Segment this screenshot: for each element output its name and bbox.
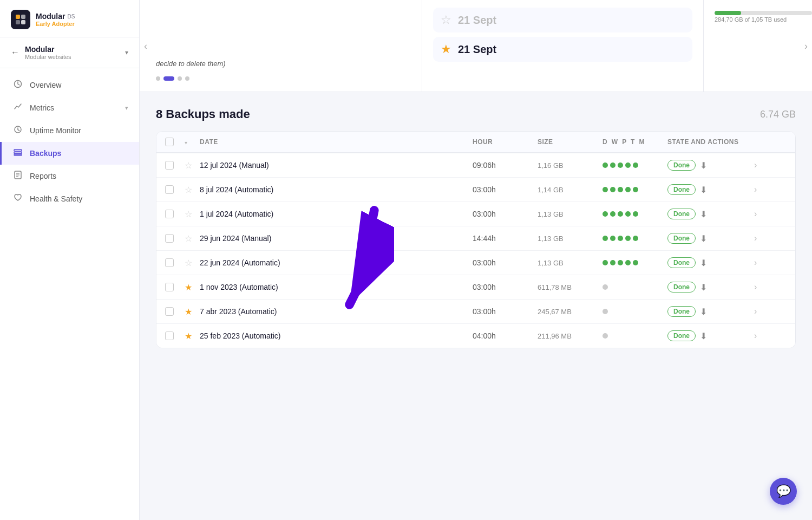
row-8-hour: 04:00h	[473, 332, 538, 340]
table-header: ▾ Date Hour Size D W P T M State and Act…	[156, 132, 795, 153]
sidebar-item-backups[interactable]: Backups	[0, 142, 139, 165]
table-row: ☆ 22 jun 2024 (Automatic) 03:00h 1,13 GB…	[156, 251, 795, 275]
row-3-expand-icon[interactable]: ›	[754, 209, 757, 218]
carousel-prev-button[interactable]: ‹	[144, 40, 147, 51]
row-3-size: 1,13 GB	[538, 210, 603, 218]
health-icon	[12, 193, 23, 204]
row-6-done-badge: Done	[667, 282, 696, 292]
backups-header: 8 Backups made 6.74 GB	[156, 107, 796, 121]
row-2-expand-icon[interactable]: ›	[754, 185, 757, 194]
carousel-area: ‹ decide to delete them) ☆ 21 Sept ★ 21 …	[140, 0, 812, 92]
row-8-checkbox[interactable]	[165, 332, 174, 340]
row-2-state: Done ⬇	[667, 184, 754, 195]
table-row: ☆ 12 jul 2024 (Manual) 09:06h 1,16 GB Do…	[156, 153, 795, 178]
row-6-checkbox[interactable]	[165, 283, 174, 291]
workspace-switcher[interactable]: ← Modular Modular websites ▾	[0, 37, 139, 68]
row-6-download-button[interactable]: ⬇	[700, 282, 707, 292]
table-row: ☆ 1 jul 2024 (Automatic) 03:00h 1,13 GB …	[156, 202, 795, 226]
sidebar-item-reports-label: Reports	[30, 172, 56, 180]
chat-fab-button[interactable]: 💬	[770, 478, 797, 505]
row-5-done-badge: Done	[667, 257, 696, 268]
row-7-star[interactable]: ★	[185, 307, 200, 317]
svg-rect-6	[14, 150, 22, 151]
plan-star-2[interactable]: ★	[441, 42, 451, 56]
workspace-desc: Modular websites	[25, 54, 71, 60]
row-2-star[interactable]: ☆	[185, 185, 200, 195]
metrics-arrow-icon: ▾	[125, 105, 128, 112]
dot-1[interactable]	[156, 76, 160, 81]
row-4-checkbox[interactable]	[165, 234, 174, 243]
row-5-dots	[603, 260, 667, 265]
table-row: ★ 1 nov 2023 (Automatic) 03:00h 611,78 M…	[156, 275, 795, 300]
row-5-star[interactable]: ☆	[185, 258, 200, 268]
row-5-download-button[interactable]: ⬇	[700, 258, 707, 268]
sidebar-item-health[interactable]: Health & Safety	[0, 187, 139, 210]
row-5-checkbox[interactable]	[165, 258, 174, 267]
logo-text: Modular DS Early Adopter	[36, 12, 75, 27]
row-2-checkbox[interactable]	[165, 185, 174, 194]
sidebar-item-overview-label: Overview	[30, 81, 61, 89]
storage-info: 284,70 GB of 1,05 TB used	[703, 0, 812, 92]
table-row: ★ 25 feb 2023 (Automatic) 04:00h 211,96 …	[156, 324, 795, 348]
row-8-state: Done ⬇	[667, 330, 754, 341]
row-8-expand-icon[interactable]: ›	[754, 331, 757, 340]
select-all-checkbox[interactable]	[165, 138, 174, 146]
svg-rect-8	[14, 154, 22, 155]
carousel-text: decide to delete them)	[156, 58, 372, 69]
row-5-hour: 03:00h	[473, 258, 538, 267]
row-2-done-badge: Done	[667, 184, 696, 195]
row-7-download-button[interactable]: ⬇	[700, 307, 707, 317]
sidebar-item-metrics[interactable]: Metrics ▾	[0, 96, 139, 119]
dot-4[interactable]	[185, 76, 189, 81]
logo-ds: DS	[67, 14, 75, 20]
sort-icon[interactable]: ▾	[185, 140, 187, 146]
row-3-checkbox[interactable]	[165, 210, 174, 218]
row-8-star[interactable]: ★	[185, 331, 200, 341]
row-6-expand-icon[interactable]: ›	[754, 282, 757, 291]
sidebar-item-uptime[interactable]: Uptime Monitor	[0, 119, 139, 142]
th-state: State and Actions	[667, 138, 754, 146]
sidebar-item-backups-label: Backups	[30, 149, 61, 158]
chat-icon: 💬	[776, 484, 791, 498]
row-1-expand-icon[interactable]: ›	[754, 160, 757, 170]
row-4-expand-icon[interactable]: ›	[754, 233, 757, 243]
row-7-dots	[603, 309, 667, 314]
row-5-state: Done ⬇	[667, 257, 754, 268]
metrics-icon	[12, 102, 23, 113]
row-8-size: 211,96 MB	[538, 332, 603, 340]
carousel-next-button[interactable]: ›	[804, 40, 808, 51]
row-4-star[interactable]: ☆	[185, 233, 200, 244]
row-5-expand-icon[interactable]: ›	[754, 258, 757, 267]
svg-rect-2	[16, 20, 20, 24]
row-7-expand-icon[interactable]: ›	[754, 307, 757, 316]
row-4-download-button[interactable]: ⬇	[700, 233, 707, 244]
row-6-star[interactable]: ★	[185, 282, 200, 292]
row-1-download-button[interactable]: ⬇	[700, 160, 707, 171]
th-dots: D W P T M	[603, 138, 667, 146]
backups-icon	[12, 148, 23, 159]
sidebar-item-overview[interactable]: Overview	[0, 74, 139, 96]
plan-star-1[interactable]: ☆	[441, 13, 451, 27]
plan-date-1: 21 Sept	[458, 14, 496, 27]
row-1-star[interactable]: ☆	[185, 160, 200, 171]
row-7-checkbox[interactable]	[165, 307, 174, 316]
plan-date-2: 21 Sept	[458, 43, 496, 56]
row-1-checkbox[interactable]	[165, 161, 174, 170]
backups-total-size: 6.74 GB	[760, 109, 796, 120]
svg-rect-1	[21, 15, 25, 19]
row-8-download-button[interactable]: ⬇	[700, 331, 707, 341]
uptime-icon	[12, 125, 23, 136]
row-2-download-button[interactable]: ⬇	[700, 185, 707, 195]
row-1-dots	[603, 162, 667, 168]
row-1-size: 1,16 GB	[538, 161, 603, 170]
sidebar-nav: Overview Metrics ▾ Uptime Monitor Backup…	[0, 68, 139, 520]
sidebar-item-reports[interactable]: Reports	[0, 165, 139, 187]
dot-2[interactable]	[163, 76, 174, 81]
carousel-left-panel: decide to delete them)	[140, 0, 422, 92]
row-7-state: Done ⬇	[667, 306, 754, 317]
table-row: ☆ 29 jun 2024 (Manual) 14:44h 1,13 GB Do…	[156, 226, 795, 251]
dot-3[interactable]	[178, 76, 182, 81]
row-6-size: 611,78 MB	[538, 283, 603, 291]
row-3-star[interactable]: ☆	[185, 209, 200, 219]
row-3-download-button[interactable]: ⬇	[700, 209, 707, 219]
